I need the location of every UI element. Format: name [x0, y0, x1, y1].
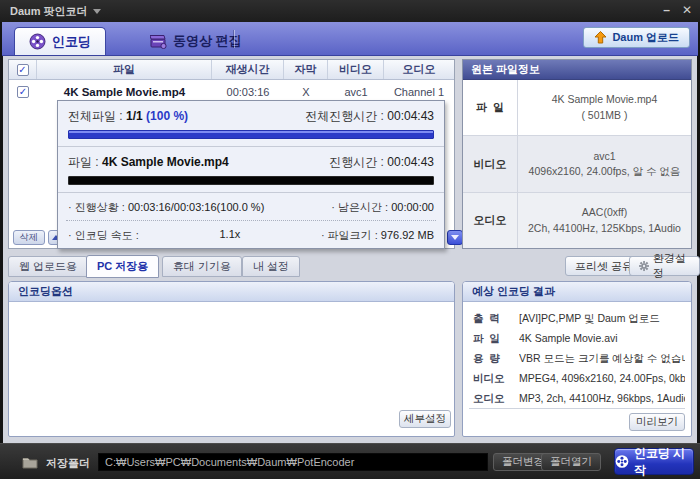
- settings-button[interactable]: 환경설정: [629, 256, 700, 276]
- source-video-label: 비디오: [463, 136, 518, 192]
- source-audio-line2: 2Ch, 44100Hz, 125Kbps, 1Audio: [528, 221, 681, 236]
- status-label: · 진행상황 :: [68, 201, 125, 213]
- detail-settings-button[interactable]: 세부설정: [399, 410, 451, 428]
- app-menu[interactable]: Daum 팟인코더: [10, 4, 101, 19]
- total-progress-bar: [68, 130, 434, 139]
- open-folder-button[interactable]: 폴더열기: [541, 453, 601, 471]
- source-audio-label: 오디오: [463, 193, 518, 248]
- filesize-label: · 파일크기 :: [321, 229, 378, 241]
- minimize-button[interactable]: –: [663, 2, 670, 18]
- result-audio-label: 오디오: [473, 392, 519, 406]
- select-all-checkbox[interactable]: ✓: [17, 64, 29, 76]
- source-info-panel: 원본 파일정보 파 일 4K Sample Movie.mp4( 501MB )…: [462, 59, 692, 249]
- file-time-label: 진행시간 :: [329, 155, 384, 169]
- preview-button[interactable]: 미리보기: [629, 413, 685, 431]
- speed-label: · 인코딩 속도 :: [68, 228, 139, 243]
- cell-subtitle: X: [284, 86, 328, 98]
- file-name-value: 4K Sample Movie.mp4: [102, 155, 229, 169]
- chevron-down-icon: [93, 9, 101, 14]
- tab-encoding[interactable]: 인코딩: [14, 27, 106, 55]
- column-file[interactable]: 파일: [37, 60, 212, 79]
- tab-divider: [234, 30, 235, 48]
- source-file-label: 파 일: [463, 80, 518, 135]
- encoding-options-panel: 인코딩옵션 PC/PMP 용 인터넷 동영상(스트리밍) 플래시 비디오 오디오…: [8, 281, 455, 437]
- source-file-line2: ( 501MB ): [581, 108, 627, 123]
- divider: [469, 408, 685, 409]
- tab-my-settings[interactable]: 내 설정: [242, 256, 300, 277]
- encoding-result-panel: 예상 인코딩 결과 출 력[AVI]PC,PMP 및 Daum 업로드 파 일4…: [462, 281, 692, 437]
- file-time-value: 00:04:43: [387, 155, 434, 169]
- save-folder-label: 저장폴더: [46, 456, 90, 471]
- daum-upload-label: Daum 업로드: [612, 30, 679, 45]
- gear-icon: [639, 260, 649, 272]
- status-value: 00:03:16/00:03:16(100.0 %): [128, 201, 264, 213]
- clapperboard-icon: [150, 34, 167, 49]
- tab-video-edit[interactable]: 동영상 편집: [136, 27, 256, 55]
- result-output-label: 출 력: [473, 312, 519, 326]
- result-video-value: MPEG4, 4096x2160, 24.00Fps, 0kbps: [519, 372, 685, 384]
- result-video-label: 비디오: [473, 372, 519, 386]
- result-audio-value: MP3, 2ch, 44100Hz, 96kbps, 1Audio: [519, 392, 685, 404]
- column-duration[interactable]: 재생시간: [212, 60, 284, 79]
- total-percent: (100 %): [146, 109, 188, 123]
- cell-audio: Channel 1: [384, 86, 454, 98]
- title-bar: Daum 팟인코더 – ✕: [0, 0, 700, 22]
- app-window: Daum 팟인코더 – ✕ 인코딩 동영상 편집: [0, 0, 700, 479]
- column-video[interactable]: 비디오: [328, 60, 384, 79]
- result-size-value: VBR 모드는 크기를 예상할 수 없습니다.: [519, 352, 685, 366]
- source-audio-line1: AAC(0xff): [582, 205, 627, 220]
- file-list-header: ✓ 파일 재생시간 자막 비디오 오디오: [9, 60, 454, 80]
- upload-arrow-icon: [594, 31, 607, 44]
- remain-value: 00:00:00: [391, 201, 434, 213]
- bottom-bar: 저장폴더 폴더변경 폴더열기 인코딩 시작: [0, 443, 700, 479]
- result-output-value: [AVI]PC,PMP 및 Daum 업로드: [519, 312, 685, 326]
- delete-button[interactable]: 삭제: [13, 230, 45, 245]
- daum-upload-button[interactable]: Daum 업로드: [583, 27, 690, 48]
- main-tab-bar: 인코딩 동영상 편집 Daum 업로드: [2, 22, 698, 56]
- source-file-line1: 4K Sample Movie.mp4: [552, 92, 658, 107]
- tab-mobile-device[interactable]: 휴대 기기용: [162, 256, 242, 277]
- source-video-line1: avc1: [593, 149, 615, 164]
- tab-web-upload[interactable]: 웹 업로드용: [8, 256, 88, 277]
- source-file-row: 파 일 4K Sample Movie.mp4( 501MB ): [463, 80, 691, 136]
- tab-encoding-label: 인코딩: [52, 33, 91, 51]
- column-audio[interactable]: 오디오: [384, 60, 454, 79]
- result-file-label: 파 일: [473, 332, 519, 346]
- total-files-value: 1/1: [126, 109, 143, 123]
- start-encoding-button[interactable]: 인코딩 시작: [614, 448, 694, 475]
- film-reel-icon: [29, 33, 46, 50]
- folder-icon: [22, 456, 38, 469]
- triangle-down-icon: [451, 235, 459, 240]
- source-video-line2: 4096x2160, 24.00fps, 알 수 없음: [529, 164, 681, 179]
- source-info-title: 원본 파일정보: [463, 60, 691, 80]
- start-encoding-label: 인코딩 시작: [634, 445, 693, 479]
- source-video-row: 비디오 avc14096x2160, 24.00fps, 알 수 없음: [463, 136, 691, 193]
- column-subtitle[interactable]: 자막: [284, 60, 328, 79]
- tab-pc-save[interactable]: PC 저장용: [86, 255, 159, 278]
- total-time-value: 00:04:43: [387, 109, 434, 123]
- film-reel-icon: [615, 454, 629, 469]
- result-size-label: 용 량: [473, 352, 519, 366]
- filesize-value: 976.92 MB: [381, 229, 434, 241]
- cell-duration: 00:03:16: [212, 86, 284, 98]
- total-time-label: 전체진행시간 :: [305, 109, 384, 123]
- encoding-options-title: 인코딩옵션: [9, 282, 454, 302]
- app-title: Daum 팟인코더: [10, 4, 88, 19]
- total-files-label: 전체파일 :: [68, 109, 123, 123]
- remain-label: · 남은시간 :: [331, 201, 388, 213]
- progress-overlay: 전체파일 : 1/1 (100 %) 전체진행시간 : 00:04:43 파일 …: [57, 100, 445, 249]
- file-progress-bar: [68, 176, 434, 185]
- settings-label: 환경설정: [653, 251, 690, 281]
- save-folder-input[interactable]: [98, 453, 488, 471]
- result-file-value: 4K Sample Movie.avi: [519, 332, 685, 344]
- encoding-result-title: 예상 인코딩 결과: [463, 282, 691, 302]
- tab-video-edit-label: 동영상 편집: [173, 32, 242, 50]
- row-checkbox[interactable]: ✓: [17, 86, 29, 98]
- source-audio-row: 오디오 AAC(0xff)2Ch, 44100Hz, 125Kbps, 1Aud…: [463, 193, 691, 248]
- close-button[interactable]: ✕: [682, 2, 692, 18]
- cell-video: avc1: [328, 86, 384, 98]
- move-down-button[interactable]: [447, 230, 463, 245]
- file-label: 파일 :: [68, 155, 99, 169]
- speed-value: 1.1x: [139, 228, 321, 243]
- cell-file-name: 4K Sample Movie.mp4: [37, 86, 212, 98]
